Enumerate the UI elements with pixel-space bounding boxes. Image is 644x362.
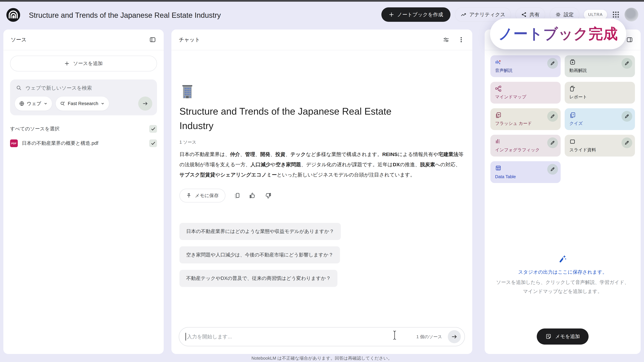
notebooklm-logo-icon[interactable] xyxy=(6,8,20,22)
collapse-studio-panel-icon[interactable] xyxy=(626,36,633,43)
chat-source-count: 1 個のソース xyxy=(416,334,442,340)
notebook-summary: 日本の不動産業界は、仲介、管理、開発、投資、テックなど多様な業態で構成されます。… xyxy=(180,149,464,180)
suggested-question-chip[interactable]: 日本の不動産業界にはどのような業態や収益モデルがありますか？ xyxy=(180,223,341,240)
infographic-icon xyxy=(495,138,502,145)
research-sparkle-search-icon xyxy=(60,101,66,106)
studio-tiles: 音声解説 動画解説 マインドマップ レポート xyxy=(490,55,635,183)
suggested-question-chip[interactable]: 不動産テックやDXの普及で、従来の商習慣はどう変わりますか？ xyxy=(180,270,338,287)
video-overview-icon xyxy=(569,59,576,66)
thumbs-up-icon[interactable] xyxy=(249,192,256,199)
window-top-edge xyxy=(0,0,644,2)
tile-audio-overview[interactable]: 音声解説 xyxy=(490,55,561,77)
source-checkbox[interactable] xyxy=(149,139,157,147)
svg-text:?: ? xyxy=(572,113,574,116)
chat-more-menu-icon[interactable] xyxy=(458,36,465,43)
check-icon xyxy=(150,141,156,146)
page-title: Structure and Trends of the Japanese Rea… xyxy=(29,11,221,19)
suggested-questions: 日本の不動産業界にはどのような業態や収益モデルがありますか？ 空き家問題や人口減… xyxy=(180,223,464,287)
pencil-icon xyxy=(550,140,555,145)
chevron-down-icon xyxy=(100,102,105,106)
edit-pencil-button[interactable] xyxy=(622,111,632,122)
tile-flashcards[interactable]: フラッシュ カード xyxy=(490,108,561,130)
chat-input-bar: 1 個のソース xyxy=(179,327,465,346)
slides-icon xyxy=(569,138,576,145)
create-notebook-button[interactable]: ノートブックを作成 xyxy=(381,7,450,22)
pencil-icon xyxy=(550,61,555,66)
chat-panel-header: チャット xyxy=(172,29,472,50)
globe-icon xyxy=(19,101,24,106)
report-icon xyxy=(569,85,576,92)
quiz-icon: ? xyxy=(569,112,576,119)
notebooklm-app: Structure and Trends of the Japanese Rea… xyxy=(0,0,644,362)
source-list-item[interactable]: PDF 日本の不動産業界の概要と構造.pdf xyxy=(10,139,157,147)
web-scope-chip[interactable]: ウェブ xyxy=(15,96,52,111)
add-source-button[interactable]: ソースを追加 xyxy=(10,56,157,71)
select-all-checkbox[interactable] xyxy=(149,125,157,133)
chat-panel-title: チャット xyxy=(179,36,200,43)
pencil-icon xyxy=(624,140,630,145)
add-note-button[interactable]: メモを追加 xyxy=(537,329,588,345)
plan-badge: ULTRA xyxy=(584,10,607,19)
arrow-right-icon xyxy=(142,100,148,107)
search-icon xyxy=(16,85,22,91)
edit-pencil-button[interactable] xyxy=(547,137,558,148)
edit-pencil-button[interactable] xyxy=(622,58,632,69)
thumbs-down-icon[interactable] xyxy=(264,192,272,199)
user-avatar[interactable] xyxy=(624,8,638,21)
gear-icon xyxy=(555,12,561,17)
flashcards-icon xyxy=(495,112,502,119)
arrow-right-icon xyxy=(451,334,458,340)
edit-pencil-button[interactable] xyxy=(547,164,558,175)
copy-icon[interactable] xyxy=(234,192,241,199)
select-all-label: すべてのソースを選択 xyxy=(10,125,60,132)
source-name: 日本の不動産業界の概要と構造.pdf xyxy=(22,140,145,147)
chat-panel: チャット xyxy=(172,29,472,354)
save-to-note-button[interactable]: メモに保存 xyxy=(180,189,226,202)
edit-pencil-button[interactable] xyxy=(547,58,558,69)
mouse-text-cursor xyxy=(392,330,397,341)
studio-panel: 音声解説 動画解説 マインドマップ レポート xyxy=(485,29,641,354)
pin-icon xyxy=(186,193,192,198)
summary-actions: メモに保存 xyxy=(180,189,464,202)
pencil-icon xyxy=(550,167,555,172)
check-icon xyxy=(150,126,156,131)
pencil-icon xyxy=(624,114,630,119)
text-caret xyxy=(186,333,186,341)
tile-slides[interactable]: スライド資料 xyxy=(565,135,635,157)
note-icon xyxy=(546,334,552,340)
chat-content: Structure and Trends of the Japanese Rea… xyxy=(172,84,472,287)
plus-icon xyxy=(389,12,394,17)
fast-research-chip[interactable]: Fast Research xyxy=(56,96,109,111)
web-source-search-input[interactable] xyxy=(26,85,133,91)
trending-up-icon xyxy=(460,11,466,17)
collapse-sources-panel-icon[interactable] xyxy=(149,36,156,43)
tile-video-overview[interactable]: 動画解説 xyxy=(565,55,635,77)
tile-mindmap[interactable]: マインドマップ xyxy=(490,82,561,104)
source-count: 1 ソース xyxy=(180,139,464,145)
chevron-down-icon xyxy=(44,102,48,106)
studio-empty-title: スタジオの出力はここに保存されます。 xyxy=(485,269,641,276)
tile-report[interactable]: レポート xyxy=(565,82,635,104)
chat-input[interactable] xyxy=(187,334,416,340)
edit-pencil-button[interactable] xyxy=(547,111,558,122)
suggested-question-chip[interactable]: 空き家問題や人口減少は、今後の不動産市場にどう影響しますか？ xyxy=(180,246,340,264)
plus-icon xyxy=(64,61,70,66)
tile-infographic[interactable]: インフォグラフィック xyxy=(490,135,561,157)
mindmap-icon xyxy=(495,85,502,92)
studio-empty-subtitle: ソースを追加したら、クリックして音声解説、学習ガイド、マインドマップなどを追加し… xyxy=(494,278,632,296)
share-icon xyxy=(521,12,527,17)
tile-quiz[interactable]: ? クイズ xyxy=(565,108,635,130)
chat-settings-tune-icon[interactable] xyxy=(442,36,450,43)
notebook-complete-banner: ノートブック完成 xyxy=(490,18,626,49)
sources-panel-title: ソース xyxy=(11,36,26,43)
edit-pencil-button[interactable] xyxy=(622,137,632,148)
data-table-icon xyxy=(495,165,502,172)
web-source-search-card: ウェブ Fast Research xyxy=(10,79,157,115)
send-button[interactable] xyxy=(448,330,461,343)
audio-waveform-icon xyxy=(495,59,502,66)
disclaimer-text: NotebookLM は不正確な場合があります。回答は再確認してください。 xyxy=(172,355,472,361)
pencil-icon xyxy=(550,114,555,119)
search-submit-button[interactable] xyxy=(138,96,152,111)
tile-data-table[interactable]: Data Table xyxy=(490,161,561,183)
apps-grid-icon[interactable] xyxy=(612,10,620,19)
